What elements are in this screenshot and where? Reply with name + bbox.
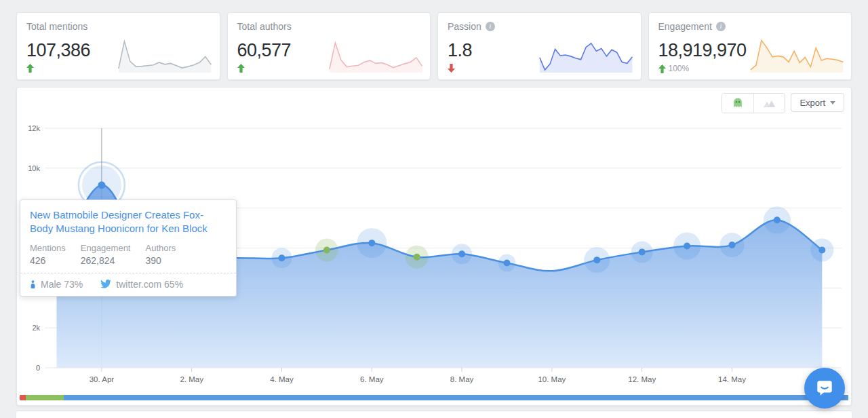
mentions-creature-button[interactable] <box>722 94 753 113</box>
svg-text:10k: 10k <box>28 164 40 172</box>
chat-bubble-icon <box>814 378 835 398</box>
kpi-cards-row: Total mentions 107,386 Total authors 60,… <box>16 12 852 80</box>
chart-tooltip: New Batmobile Designer Creates Fox-Body … <box>20 200 237 297</box>
tooltip-story-link[interactable]: New Batmobile Designer Creates Fox-Body … <box>30 208 226 236</box>
sentiment-bar[interactable] <box>20 395 848 400</box>
tooltip-stat-value: 426 <box>30 255 66 266</box>
svg-text:8. May: 8. May <box>450 375 474 383</box>
card-title: Total authors <box>237 21 421 32</box>
card-title: Engagement <box>658 21 712 32</box>
trend-up-icon <box>26 64 34 73</box>
twitter-icon <box>100 280 111 288</box>
twitter-percent: twitter.com 65% <box>116 279 183 290</box>
tooltip-stat-label: Mentions <box>30 243 66 253</box>
export-label: Export <box>800 98 825 108</box>
male-icon <box>30 280 36 289</box>
next-card-edge <box>16 411 852 418</box>
passion-value: 1.8 <box>448 40 631 61</box>
sentiment-segment-neutral[interactable] <box>64 395 848 400</box>
info-icon[interactable]: i <box>716 22 726 31</box>
mentions-creature-icon <box>732 97 744 109</box>
sentiment-segment-negative[interactable] <box>20 395 26 400</box>
svg-text:2k: 2k <box>32 324 40 332</box>
chevron-down-icon <box>830 101 835 104</box>
total-mentions-card: Total mentions 107,386 <box>16 12 220 80</box>
tooltip-stat-value: 262,824 <box>81 255 131 266</box>
intercom-chat-button[interactable] <box>804 368 845 408</box>
total-authors-card: Total authors 60,577 <box>227 12 431 80</box>
svg-text:14. May: 14. May <box>718 375 746 383</box>
passion-card: Passion i 1.8 <box>437 12 642 80</box>
svg-text:6. May: 6. May <box>360 375 384 383</box>
trend-percent: 100% <box>669 64 690 73</box>
info-icon[interactable]: i <box>486 22 495 31</box>
total-mentions-value: 107,386 <box>26 40 210 61</box>
divider <box>20 273 236 273</box>
male-percent: Male 73% <box>41 279 83 290</box>
svg-text:2. May: 2. May <box>180 375 203 383</box>
area-chart-button[interactable] <box>753 94 785 113</box>
engagement-card: Engagement i 18,919,970 100% <box>648 12 852 80</box>
tooltip-stat-label: Engagement <box>81 243 131 253</box>
mentions-chart-card: Export 02k4k6k8k10k12k30. Apr2. May4. Ma… <box>16 87 852 406</box>
card-title: Total mentions <box>26 21 210 32</box>
trend-down-icon <box>448 64 455 73</box>
tooltip-stat-label: Authors <box>145 243 176 253</box>
svg-text:4. May: 4. May <box>270 375 294 383</box>
svg-text:30. Apr: 30. Apr <box>90 375 115 383</box>
svg-text:12k: 12k <box>28 124 40 132</box>
trend-up-icon <box>658 64 666 73</box>
chart-toolbar: Export <box>722 93 844 113</box>
tooltip-stat-value: 390 <box>145 255 176 266</box>
total-authors-value: 60,577 <box>237 40 421 61</box>
area-chart-icon <box>762 98 777 109</box>
export-button[interactable]: Export <box>791 93 844 112</box>
card-title: Passion <box>448 21 481 32</box>
svg-text:0: 0 <box>36 364 40 372</box>
engagement-value: 18,919,970 <box>658 40 842 61</box>
svg-text:10. May: 10. May <box>538 375 566 383</box>
sentiment-segment-positive[interactable] <box>26 395 64 400</box>
chart-view-toggle <box>722 93 785 113</box>
svg-text:12. May: 12. May <box>628 375 656 383</box>
trend-up-icon <box>237 64 245 73</box>
